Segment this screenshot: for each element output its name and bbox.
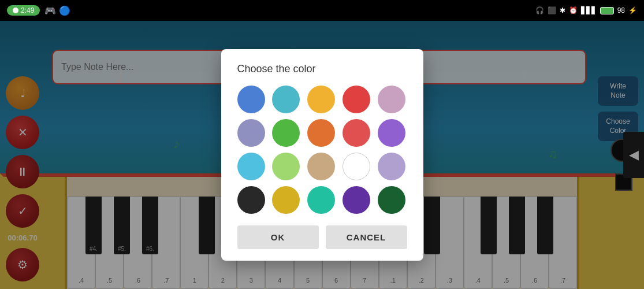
color-circle-9[interactable] <box>378 119 405 147</box>
headphone-icon: 🎧 <box>535 6 544 14</box>
signal-icon: ▋▋▋ <box>581 6 597 14</box>
modal-overlay: Choose the color OK CANCEL <box>0 21 644 289</box>
status-icons-right: 🎧 ⬛ ✱ ⏰ ▋▋▋ 98 ⚡ <box>535 6 637 14</box>
bluetooth-icon: ✱ <box>560 6 565 14</box>
cancel-button[interactable]: CANCEL <box>326 225 407 249</box>
color-circle-0[interactable] <box>237 86 265 113</box>
color-circle-15[interactable] <box>237 186 265 214</box>
color-circle-12[interactable] <box>307 153 335 180</box>
battery-text: 98 <box>617 6 625 14</box>
charging-icon: ⚡ <box>628 6 637 14</box>
status-bar: 2:49 🎮 🔵 G ··· 🎧 ⬛ ✱ ⏰ ▋▋▋ 98 ⚡ <box>0 0 644 21</box>
color-circle-7[interactable] <box>307 119 335 147</box>
color-grid <box>237 86 407 214</box>
color-circle-17[interactable] <box>307 186 335 214</box>
color-circle-19[interactable] <box>378 186 405 214</box>
color-circle-13[interactable] <box>343 153 370 180</box>
ok-button[interactable]: OK <box>237 225 319 249</box>
color-dialog: Choose the color OK CANCEL <box>221 49 423 261</box>
color-circle-6[interactable] <box>272 119 300 147</box>
color-circle-1[interactable] <box>272 86 300 113</box>
mic-dot <box>13 8 18 13</box>
color-circle-11[interactable] <box>272 153 300 180</box>
status-left: 2:49 🎮 🔵 G ··· <box>7 5 90 16</box>
dialog-actions: OK CANCEL <box>237 225 407 249</box>
alarm-icon: ⏰ <box>569 6 578 14</box>
color-circle-3[interactable] <box>343 86 370 113</box>
color-circle-8[interactable] <box>343 119 370 147</box>
status-time: 2:49 <box>21 6 34 14</box>
color-circle-4[interactable] <box>378 86 405 113</box>
color-circle-14[interactable] <box>378 153 405 180</box>
status-icons-left: 🎮 🔵 G ··· <box>44 5 90 16</box>
color-circle-2[interactable] <box>307 86 335 113</box>
color-circle-18[interactable] <box>343 186 370 214</box>
color-circle-5[interactable] <box>237 119 265 147</box>
screenshot-icon: ⬛ <box>548 6 556 14</box>
battery-icon <box>600 7 614 14</box>
dialog-title: Choose the color <box>237 63 407 75</box>
color-circle-16[interactable] <box>272 186 300 214</box>
color-circle-10[interactable] <box>237 153 265 180</box>
mic-pill: 2:49 <box>7 5 40 16</box>
